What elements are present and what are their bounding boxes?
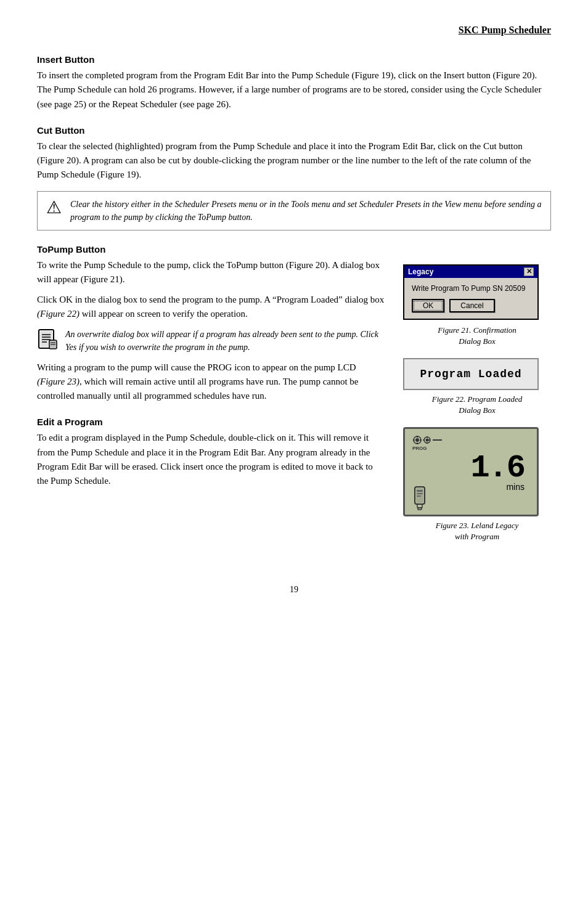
figure-23-caption: Figure 23. Leland Legacywith Program	[403, 520, 551, 542]
dialog-title: Legacy	[408, 267, 433, 276]
section-heading-cut: Cut Button	[37, 125, 551, 136]
figure-22-caption: Figure 22. Program LoadedDialog Box	[403, 394, 551, 416]
section-heading-edit: Edit a Program	[37, 417, 385, 427]
note-text: An overwrite dialog box will appear if a…	[65, 328, 385, 354]
notice-icon: ⚠	[46, 199, 62, 216]
svg-rect-18	[427, 442, 428, 444]
prog-icon: PROG	[411, 434, 445, 454]
dialog-close-button[interactable]: ✕	[524, 267, 534, 276]
prog-indicator-icon: PROG	[411, 434, 445, 452]
svg-text:PROG: PROG	[412, 446, 427, 451]
svg-rect-28	[417, 493, 423, 494]
notice-box: ⚠ Clear the history either in the Schedu…	[37, 191, 551, 230]
pump-icon	[411, 484, 428, 508]
dialog-message: Write Program To Pump SN 20509	[412, 284, 530, 293]
left-column: To write the Pump Schedule to the pump, …	[37, 258, 385, 495]
dialog-buttons: OK Cancel	[412, 299, 530, 312]
dialog-titlebar: Legacy ✕	[404, 266, 537, 278]
svg-rect-14	[420, 439, 422, 441]
figure-23-lcd: PROG 1.6 mins	[403, 427, 539, 516]
svg-rect-19	[423, 439, 425, 441]
figure-21-dialog: Legacy ✕ Write Program To Pump SN 20509 …	[403, 264, 539, 320]
dialog-ok-button[interactable]: OK	[412, 299, 444, 312]
section-heading-insert: Insert Button	[37, 54, 551, 65]
program-loaded-text: Program Loaded	[420, 368, 521, 380]
svg-rect-29	[417, 495, 421, 497]
topump-para-3: Writing a program to the pump will cause…	[37, 361, 385, 404]
section-heading-topump: ToPump Button	[37, 244, 551, 255]
svg-point-10	[415, 438, 419, 442]
main-content-area: To write the Pump Schedule to the pump, …	[37, 258, 551, 554]
section-para-insert: To insert the completed program from the…	[37, 68, 551, 112]
lcd-number: 1.6	[470, 452, 525, 484]
page-number: 19	[37, 585, 551, 595]
section-para-cut: To clear the selected (highlighted) prog…	[37, 139, 551, 182]
svg-rect-12	[417, 442, 418, 444]
document-icon	[37, 329, 58, 350]
lcd-value-display: 1.6 mins	[470, 452, 525, 492]
figure-22-program-loaded: Program Loaded	[403, 358, 539, 390]
right-column: Legacy ✕ Write Program To Pump SN 20509 …	[403, 264, 551, 554]
topump-para-2: Click OK in the dialog box to send the p…	[37, 293, 385, 322]
topump-para-1: To write the Pump Schedule to the pump, …	[37, 258, 385, 287]
page-header: SKC Pump Scheduler	[37, 25, 551, 36]
header-title: SKC Pump Scheduler	[459, 25, 551, 35]
svg-point-16	[426, 439, 429, 442]
dialog-cancel-button[interactable]: Cancel	[449, 299, 494, 312]
svg-rect-26	[418, 508, 422, 510]
notice-text: Clear the history either in the Schedule…	[70, 198, 542, 224]
svg-rect-27	[417, 490, 423, 492]
note-icon	[37, 329, 58, 354]
svg-rect-17	[427, 436, 428, 438]
svg-rect-11	[417, 436, 418, 438]
section-para-edit: To edit a program displayed in the Pump …	[37, 431, 385, 488]
figure-21-caption: Figure 21. ConfirmationDialog Box	[403, 325, 551, 347]
svg-rect-20	[428, 439, 430, 441]
dialog-body: Write Program To Pump SN 20509 OK Cancel	[404, 278, 537, 319]
note-box: An overwrite dialog box will appear if a…	[37, 328, 385, 354]
svg-rect-13	[413, 439, 415, 441]
